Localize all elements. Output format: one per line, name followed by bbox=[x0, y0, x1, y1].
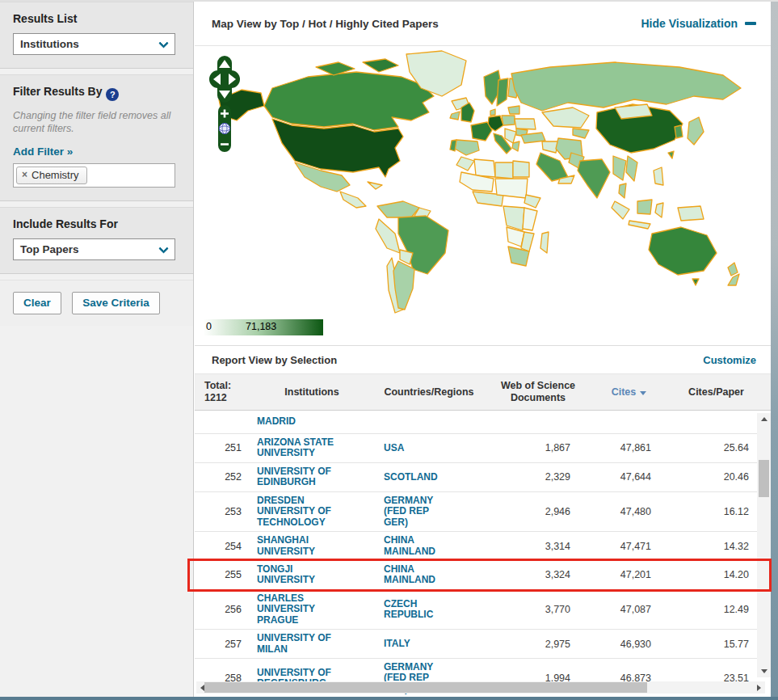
col-countries[interactable]: Countries/Regions bbox=[372, 386, 486, 398]
results-list-section: Results List Institutions bbox=[0, 2, 193, 69]
arrow-up-icon bbox=[761, 417, 767, 421]
rank-value: 253 bbox=[195, 506, 251, 517]
cites-per-paper-value: 12.49 bbox=[667, 604, 765, 615]
table-row-partial: MADRID bbox=[195, 411, 771, 434]
map-pan-control[interactable] bbox=[208, 55, 241, 103]
documents-value: 2,946 bbox=[486, 506, 591, 517]
report-header: Report View by Selection Customize bbox=[195, 346, 771, 373]
col-cites-sorted[interactable]: Cites bbox=[591, 386, 667, 398]
chevron-down-icon bbox=[158, 38, 169, 48]
institution-link[interactable]: TONGJI UNIVERSITY bbox=[251, 564, 372, 586]
table-rows: 251 ARIZONA STATE UNIVERSITY USA 1,867 4… bbox=[195, 434, 771, 698]
cites-per-paper-value: 15.77 bbox=[667, 639, 765, 650]
rank-value: 252 bbox=[195, 471, 251, 483]
legend-min: 0 bbox=[206, 321, 212, 332]
filter-chip-label: Chemistry bbox=[32, 169, 79, 181]
table-row[interactable]: 256 CHARLES UNIVERSITY PRAGUE CZECH REPU… bbox=[195, 590, 771, 630]
rank-value: 254 bbox=[195, 541, 251, 552]
sidebar-actions: Clear Save Criteria bbox=[0, 280, 193, 326]
vertical-scroll-thumb[interactable] bbox=[759, 460, 769, 497]
documents-value: 2,975 bbox=[486, 639, 591, 650]
arrow-down-icon bbox=[761, 669, 767, 673]
minus-icon bbox=[745, 22, 756, 25]
hide-visualization-link[interactable]: Hide Visualization bbox=[641, 17, 756, 30]
country-link[interactable]: CHINA MAINLAND bbox=[372, 535, 486, 557]
report-title: Report View by Selection bbox=[212, 354, 337, 366]
results-list-selected: Institutions bbox=[20, 38, 79, 50]
cites-value: 47,471 bbox=[591, 541, 667, 552]
save-criteria-button[interactable]: Save Criteria bbox=[72, 292, 160, 314]
country-link[interactable]: GERMANY (FED REP GER) bbox=[372, 495, 486, 528]
filter-results-label: Filter Results By? bbox=[13, 85, 180, 101]
cites-value: 47,861 bbox=[591, 442, 667, 453]
scroll-right-button[interactable] bbox=[753, 681, 765, 694]
esi-page: Results List Institutions Filter Results… bbox=[0, 0, 778, 700]
legend-max: 71,183 bbox=[246, 321, 276, 332]
cites-per-paper-value: 16.12 bbox=[667, 506, 765, 517]
clear-button[interactable]: Clear bbox=[13, 292, 61, 314]
arrow-right-icon bbox=[757, 685, 761, 691]
country-link[interactable]: ITALY bbox=[372, 639, 486, 649]
table-horizontal-scrollbar[interactable] bbox=[196, 681, 765, 694]
country-link[interactable]: CZECH REPUBLIC bbox=[372, 599, 486, 621]
institution-link[interactable]: UNIVERSITY OF EDINBURGH bbox=[251, 466, 372, 488]
table-header: Total: 1212 Institutions Countries/Regio… bbox=[195, 373, 771, 411]
chevron-down-icon bbox=[158, 243, 169, 254]
table-row[interactable]: 255 TONGJI UNIVERSITY CHINA MAINLAND 3,3… bbox=[195, 561, 771, 590]
results-list-select[interactable]: Institutions bbox=[13, 33, 175, 55]
include-results-selected: Top Papers bbox=[20, 243, 79, 255]
map-zoom-control[interactable] bbox=[217, 104, 232, 153]
rank-value: 251 bbox=[195, 442, 251, 453]
filter-chip-box: × Chemistry bbox=[13, 163, 175, 188]
documents-value: 3,314 bbox=[486, 541, 591, 552]
horizontal-scroll-thumb[interactable] bbox=[204, 682, 647, 693]
question-icon[interactable]: ? bbox=[106, 88, 119, 101]
documents-value: 3,770 bbox=[486, 604, 591, 615]
map-header: Map View by Top / Hot / Highly Cited Pap… bbox=[195, 2, 771, 46]
results-list-label: Results List bbox=[13, 12, 180, 25]
table-row[interactable]: 254 SHANGHAI UNIVERSITY CHINA MAINLAND 3… bbox=[195, 532, 771, 561]
rank-value: 255 bbox=[195, 569, 251, 580]
customize-link[interactable]: Customize bbox=[703, 354, 756, 366]
cites-value: 47,201 bbox=[591, 569, 667, 580]
include-results-section: Include Results For Top Papers bbox=[0, 207, 193, 274]
cites-per-paper-value: 14.32 bbox=[667, 541, 765, 552]
filter-chip-chemistry[interactable]: × Chemistry bbox=[16, 167, 87, 184]
window-vertical-scrollbar[interactable] bbox=[771, 2, 778, 697]
cites-per-paper-value: 20.46 bbox=[667, 471, 765, 483]
institution-link[interactable]: ARIZONA STATE UNIVERSITY bbox=[251, 437, 372, 459]
window-bottom-edge bbox=[0, 697, 778, 700]
institution-link[interactable]: SHANGHAI UNIVERSITY bbox=[251, 535, 372, 557]
scroll-down-button[interactable] bbox=[757, 665, 771, 677]
map-color-legend: 0 71,183 bbox=[204, 319, 323, 335]
table-body: MADRID 251 ARIZONA STATE UNIVERSITY USA … bbox=[195, 411, 771, 680]
country-link[interactable]: SCOTLAND bbox=[372, 472, 486, 483]
cites-value: 47,644 bbox=[591, 471, 667, 483]
scroll-up-button[interactable] bbox=[757, 413, 771, 425]
institution-link[interactable]: UNIVERSITY OF MILAN bbox=[251, 633, 372, 655]
col-cites-per-paper[interactable]: Cites/Paper bbox=[667, 386, 765, 398]
world-map[interactable] bbox=[195, 49, 771, 319]
table-row[interactable]: 253 DRESDEN UNIVERSITY OF TECHNOLOGY GER… bbox=[195, 492, 771, 532]
cites-per-paper-value: 25.64 bbox=[667, 442, 765, 453]
table-row[interactable]: 251 ARIZONA STATE UNIVERSITY USA 1,867 4… bbox=[195, 434, 771, 463]
table-vertical-scrollbar[interactable] bbox=[757, 413, 771, 677]
cites-per-paper-value: 14.20 bbox=[667, 569, 765, 580]
remove-chip-icon[interactable]: × bbox=[22, 169, 27, 180]
include-results-select[interactable]: Top Papers bbox=[13, 238, 175, 260]
filter-results-section: Filter Results By? Changing the filter f… bbox=[0, 74, 193, 201]
add-filter-link[interactable]: Add Filter » bbox=[13, 145, 73, 158]
table-row[interactable]: 252 UNIVERSITY OF EDINBURGH SCOTLAND 2,3… bbox=[195, 463, 771, 492]
country-link[interactable]: CHINA MAINLAND bbox=[372, 564, 486, 586]
map-visualization-area: 0 71,183 bbox=[195, 46, 771, 346]
institution-link[interactable]: DRESDEN UNIVERSITY OF TECHNOLOGY bbox=[251, 495, 372, 528]
rank-value: 257 bbox=[195, 639, 251, 650]
globe-icon bbox=[219, 123, 229, 133]
col-documents[interactable]: Web of Science Documents bbox=[486, 380, 591, 404]
country-link[interactable]: USA bbox=[372, 443, 486, 453]
documents-value: 1,867 bbox=[486, 442, 591, 453]
institution-link[interactable]: MADRID bbox=[251, 411, 372, 427]
col-institutions[interactable]: Institutions bbox=[251, 386, 372, 398]
table-row[interactable]: 257 UNIVERSITY OF MILAN ITALY 2,975 46,9… bbox=[195, 630, 771, 659]
institution-link[interactable]: CHARLES UNIVERSITY PRAGUE bbox=[251, 593, 372, 626]
